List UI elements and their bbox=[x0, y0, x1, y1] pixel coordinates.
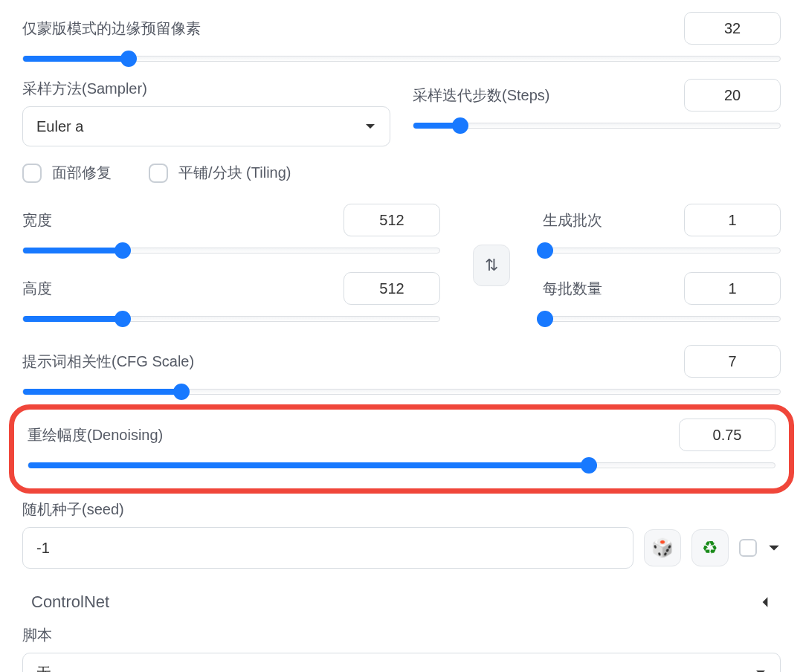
width-label: 宽度 bbox=[22, 210, 344, 230]
reuse-seed-button[interactable]: ♻ bbox=[691, 529, 729, 566]
width-field: 宽度 512 bbox=[22, 204, 440, 257]
tiling-checkbox[interactable]: 平铺/分块 (Tiling) bbox=[149, 163, 291, 183]
recycle-icon: ♻ bbox=[702, 537, 718, 558]
batch-count-slider[interactable] bbox=[543, 244, 781, 257]
random-seed-button[interactable]: 🎲 bbox=[644, 529, 681, 566]
extra-seed-checkbox[interactable] bbox=[739, 539, 757, 557]
denoising-slider[interactable] bbox=[28, 459, 775, 472]
steps-field: 采样迭代步数(Steps) 20 bbox=[413, 79, 781, 146]
steps-slider[interactable] bbox=[413, 119, 781, 132]
batch-count-field: 生成批次 1 bbox=[543, 204, 781, 257]
mask-padding-label: 仅蒙版模式的边缘预留像素 bbox=[22, 19, 684, 39]
steps-label: 采样迭代步数(Steps) bbox=[413, 85, 684, 106]
cfg-label: 提示词相关性(CFG Scale) bbox=[22, 352, 684, 372]
chevron-down-icon bbox=[364, 120, 376, 132]
height-slider[interactable] bbox=[22, 312, 440, 326]
width-value[interactable]: 512 bbox=[344, 204, 440, 236]
batch-count-value[interactable]: 1 bbox=[684, 204, 781, 236]
sampler-field: 采样方法(Sampler) Euler a bbox=[22, 79, 390, 146]
denoising-label: 重绘幅度(Denoising) bbox=[28, 425, 679, 445]
script-selected: 无 bbox=[36, 663, 51, 673]
mask-padding-field: 仅蒙版模式的边缘预留像素 32 bbox=[22, 12, 781, 65]
sampler-selected: Euler a bbox=[36, 118, 83, 135]
script-select[interactable]: 无 bbox=[22, 653, 781, 672]
sampler-label: 采样方法(Sampler) bbox=[22, 79, 390, 99]
chevron-down-icon[interactable] bbox=[767, 541, 781, 555]
denoising-value[interactable]: 0.75 bbox=[679, 419, 775, 451]
denoising-field: 重绘幅度(Denoising) 0.75 bbox=[28, 419, 775, 472]
mask-padding-slider[interactable] bbox=[22, 52, 781, 65]
face-restore-label: 面部修复 bbox=[52, 163, 112, 183]
seed-label: 随机种子(seed) bbox=[22, 501, 124, 517]
seed-input[interactable]: -1 bbox=[22, 527, 633, 569]
batch-size-field: 每批数量 1 bbox=[543, 272, 781, 326]
cfg-field: 提示词相关性(CFG Scale) 7 bbox=[22, 345, 781, 398]
height-value[interactable]: 512 bbox=[344, 272, 440, 305]
batch-size-label: 每批数量 bbox=[543, 279, 684, 299]
script-label: 脚本 bbox=[22, 625, 781, 645]
denoising-highlight: 重绘幅度(Denoising) 0.75 bbox=[9, 404, 794, 494]
cfg-slider[interactable] bbox=[22, 385, 781, 398]
width-slider[interactable] bbox=[22, 244, 440, 257]
checkbox-icon bbox=[22, 164, 42, 183]
chevron-down-icon bbox=[755, 667, 767, 672]
controlnet-section[interactable]: ControlNet bbox=[22, 575, 781, 621]
swap-icon: ⇅ bbox=[485, 256, 498, 275]
batch-size-slider[interactable] bbox=[543, 312, 781, 326]
chevron-left-icon bbox=[758, 595, 772, 609]
swap-dimensions-button[interactable]: ⇅ bbox=[473, 245, 510, 286]
seed-value: -1 bbox=[36, 540, 50, 557]
sampler-select[interactable]: Euler a bbox=[22, 106, 390, 146]
face-restore-checkbox[interactable]: 面部修复 bbox=[22, 163, 112, 183]
checkbox-icon bbox=[149, 164, 168, 183]
controlnet-label: ControlNet bbox=[31, 592, 758, 612]
mask-padding-value[interactable]: 32 bbox=[684, 12, 781, 45]
batch-count-label: 生成批次 bbox=[543, 210, 684, 230]
height-label: 高度 bbox=[22, 279, 344, 299]
steps-value[interactable]: 20 bbox=[684, 79, 781, 112]
batch-size-value[interactable]: 1 bbox=[684, 272, 781, 305]
dice-icon: 🎲 bbox=[651, 537, 674, 558]
cfg-value[interactable]: 7 bbox=[684, 345, 781, 378]
tiling-label: 平铺/分块 (Tiling) bbox=[178, 163, 291, 183]
height-field: 高度 512 bbox=[22, 272, 440, 326]
